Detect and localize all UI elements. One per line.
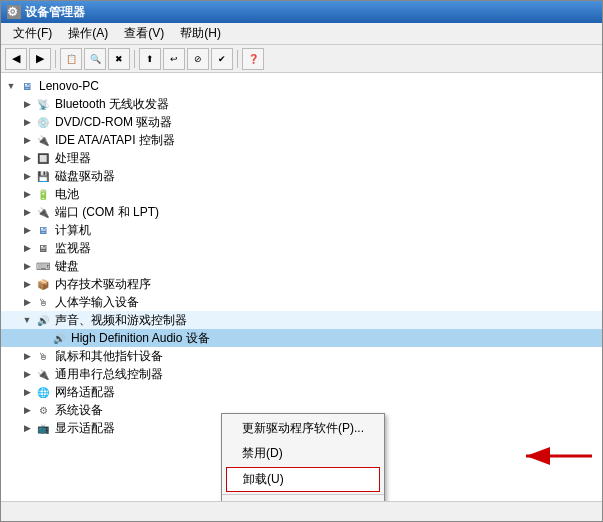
help-button[interactable]: ❓ bbox=[242, 48, 264, 70]
tree-item-port[interactable]: ▶ 🔌 端口 (COM 和 LPT) bbox=[1, 203, 602, 221]
label-humaninput: 人体学输入设备 bbox=[55, 294, 139, 311]
disable-button[interactable]: ⊘ bbox=[187, 48, 209, 70]
label-universal: 通用串行总线控制器 bbox=[55, 366, 163, 383]
tree-item-humaninput[interactable]: ▶ 🖱 人体学输入设备 bbox=[1, 293, 602, 311]
window-icon: ⚙ bbox=[7, 5, 21, 19]
menu-help[interactable]: 帮助(H) bbox=[172, 23, 229, 44]
scan-button[interactable]: 🔍 bbox=[84, 48, 106, 70]
tree-item-universal[interactable]: ▶ 🔌 通用串行总线控制器 bbox=[1, 365, 602, 383]
label-bluetooth: Bluetooth 无线收发器 bbox=[55, 96, 169, 113]
device-manager-window: ⚙ 设备管理器 文件(F) 操作(A) 查看(V) 帮助(H) ◀ ▶ 📋 🔍 … bbox=[0, 0, 603, 522]
window-title: 设备管理器 bbox=[25, 4, 85, 21]
icon-cdrom: 💿 bbox=[35, 114, 51, 130]
tree-item-hda[interactable]: 🔊 High Definition Audio 设备 bbox=[1, 329, 602, 347]
context-separator bbox=[222, 494, 384, 495]
tree-item-keyboard[interactable]: ▶ ⌨ 键盘 bbox=[1, 257, 602, 275]
icon-computer2: 🖥 bbox=[35, 222, 51, 238]
enable-button[interactable]: ✔ bbox=[211, 48, 233, 70]
menu-action[interactable]: 操作(A) bbox=[60, 23, 116, 44]
properties-button[interactable]: 📋 bbox=[60, 48, 82, 70]
label-system: 系统设备 bbox=[55, 402, 103, 419]
label-computer: 计算机 bbox=[55, 222, 91, 239]
status-bar bbox=[1, 501, 602, 521]
tree-item-processor[interactable]: ▶ 🔲 处理器 bbox=[1, 149, 602, 167]
icon-universal: 🔌 bbox=[35, 366, 51, 382]
update-driver-button[interactable]: ⬆ bbox=[139, 48, 161, 70]
menu-file[interactable]: 文件(F) bbox=[5, 23, 60, 44]
expand-icon-bluetooth: ▶ bbox=[21, 98, 33, 110]
expand-icon-battery: ▶ bbox=[21, 188, 33, 200]
icon-hda: 🔊 bbox=[51, 330, 67, 346]
tree-item-network[interactable]: ▶ 🌐 网络适配器 bbox=[1, 383, 602, 401]
toolbar-separator-3 bbox=[237, 50, 238, 68]
tree-item-monitor[interactable]: ▶ 🖥 监视器 bbox=[1, 239, 602, 257]
forward-button[interactable]: ▶ bbox=[29, 48, 51, 70]
icon-memory: 📦 bbox=[35, 276, 51, 292]
toolbar-separator-2 bbox=[134, 50, 135, 68]
context-menu: 更新驱动程序软件(P)... 禁用(D) 卸载(U) 扫描检测硬件改动(A) 属… bbox=[221, 413, 385, 501]
icon-mouse: 🖱 bbox=[35, 348, 51, 364]
title-bar: ⚙ 设备管理器 bbox=[1, 1, 602, 23]
expand-icon-hda bbox=[37, 332, 49, 344]
label-battery: 电池 bbox=[55, 186, 79, 203]
label-keyboard: 键盘 bbox=[55, 258, 79, 275]
icon-display: 📺 bbox=[35, 420, 51, 436]
icon-monitor: 🖥 bbox=[35, 240, 51, 256]
context-update-driver[interactable]: 更新驱动程序软件(P)... bbox=[222, 416, 384, 441]
tree-item-dvd[interactable]: ▶ 💿 DVD/CD-ROM 驱动器 bbox=[1, 113, 602, 131]
label-hda: High Definition Audio 设备 bbox=[71, 330, 210, 347]
tree-item-bluetooth[interactable]: ▶ 📡 Bluetooth 无线收发器 bbox=[1, 95, 602, 113]
main-content: ▼ 🖥 Lenovo-PC ▶ 📡 Bluetooth 无线收发器 ▶ 💿 DV… bbox=[1, 73, 602, 501]
expand-icon-sound: ▼ bbox=[21, 314, 33, 326]
label-ide: IDE ATA/ATAPI 控制器 bbox=[55, 132, 175, 149]
context-scan[interactable]: 扫描检测硬件改动(A) bbox=[222, 497, 384, 501]
label-root: Lenovo-PC bbox=[39, 79, 99, 93]
expand-icon-dvd: ▶ bbox=[21, 116, 33, 128]
expand-icon-humaninput: ▶ bbox=[21, 296, 33, 308]
expand-icon-ide: ▶ bbox=[21, 134, 33, 146]
uninstall-button[interactable]: ✖ bbox=[108, 48, 130, 70]
label-port: 端口 (COM 和 LPT) bbox=[55, 204, 159, 221]
toolbar-separator-1 bbox=[55, 50, 56, 68]
menu-bar: 文件(F) 操作(A) 查看(V) 帮助(H) bbox=[1, 23, 602, 45]
icon-bluetooth: 📡 bbox=[35, 96, 51, 112]
icon-network: 🌐 bbox=[35, 384, 51, 400]
label-display: 显示适配器 bbox=[55, 420, 115, 437]
expand-icon-system: ▶ bbox=[21, 404, 33, 416]
expand-icon-disk: ▶ bbox=[21, 170, 33, 182]
icon-computer: 🖥 bbox=[19, 78, 35, 94]
tree-item-computer[interactable]: ▶ 🖥 计算机 bbox=[1, 221, 602, 239]
expand-icon-monitor: ▶ bbox=[21, 242, 33, 254]
label-network: 网络适配器 bbox=[55, 384, 115, 401]
tree-item-mouse[interactable]: ▶ 🖱 鼠标和其他指针设备 bbox=[1, 347, 602, 365]
icon-disk: 💾 bbox=[35, 168, 51, 184]
label-processor: 处理器 bbox=[55, 150, 91, 167]
back-button[interactable]: ◀ bbox=[5, 48, 27, 70]
label-disk: 磁盘驱动器 bbox=[55, 168, 115, 185]
expand-icon-display: ▶ bbox=[21, 422, 33, 434]
label-mouse: 鼠标和其他指针设备 bbox=[55, 348, 163, 365]
label-monitor: 监视器 bbox=[55, 240, 91, 257]
icon-ide: 🔌 bbox=[35, 132, 51, 148]
icon-humaninput: 🖱 bbox=[35, 294, 51, 310]
tree-item-sound[interactable]: ▼ 🔊 声音、视频和游戏控制器 bbox=[1, 311, 602, 329]
expand-icon-universal: ▶ bbox=[21, 368, 33, 380]
tree-item-ide[interactable]: ▶ 🔌 IDE ATA/ATAPI 控制器 bbox=[1, 131, 602, 149]
context-uninstall[interactable]: 卸载(U) bbox=[226, 467, 380, 492]
label-dvd: DVD/CD-ROM 驱动器 bbox=[55, 114, 172, 131]
icon-port: 🔌 bbox=[35, 204, 51, 220]
icon-sound: 🔊 bbox=[35, 312, 51, 328]
tree-item-disk[interactable]: ▶ 💾 磁盘驱动器 bbox=[1, 167, 602, 185]
expand-icon-computer: ▶ bbox=[21, 224, 33, 236]
tree-item-battery[interactable]: ▶ 🔋 电池 bbox=[1, 185, 602, 203]
icon-system: ⚙ bbox=[35, 402, 51, 418]
icon-keyboard: ⌨ bbox=[35, 258, 51, 274]
menu-view[interactable]: 查看(V) bbox=[116, 23, 172, 44]
expand-icon-keyboard: ▶ bbox=[21, 260, 33, 272]
context-disable[interactable]: 禁用(D) bbox=[222, 441, 384, 466]
expand-icon-mouse: ▶ bbox=[21, 350, 33, 362]
tree-item-root[interactable]: ▼ 🖥 Lenovo-PC bbox=[1, 77, 602, 95]
tree-item-memory[interactable]: ▶ 📦 内存技术驱动程序 bbox=[1, 275, 602, 293]
rollback-button[interactable]: ↩ bbox=[163, 48, 185, 70]
expand-icon-processor: ▶ bbox=[21, 152, 33, 164]
